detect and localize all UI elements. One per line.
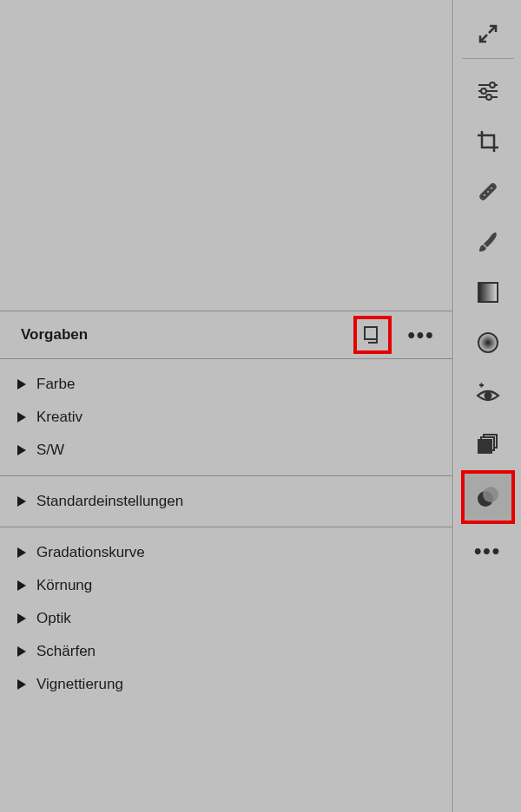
panel-title: Vorgaben [21,326,353,344]
svg-point-10 [484,194,485,196]
preset-label: S/W [36,442,64,459]
preset-section-2: Standardeinstellungen [0,476,452,527]
chevron-right-icon [17,580,26,591]
more-icon: ••• [407,324,434,345]
svg-rect-20 [478,440,491,453]
preset-section-3: Gradationskurve Körnung Optik Schärfen V… [0,527,452,710]
chevron-right-icon [17,445,26,455]
preset-group-schaerfen[interactable]: Schärfen [0,635,452,668]
toolbar-more-button[interactable]: ••• [462,526,514,576]
collapse-panels-button[interactable] [462,9,514,59]
redeye-button[interactable] [462,368,514,418]
edit-sliders-button[interactable] [462,66,514,116]
preset-group-kreativ[interactable]: Kreativ [0,401,452,434]
chevron-right-icon [17,379,26,390]
presets-button[interactable] [461,470,515,524]
preset-label: Gradationskurve [36,544,145,561]
chevron-right-icon [17,496,26,507]
create-preset-button[interactable] [353,316,392,354]
right-toolbar: ••• [453,0,521,812]
preset-group-farbe[interactable]: Farbe [0,368,452,401]
svg-rect-0 [365,327,377,339]
preset-group-sw[interactable]: S/W [0,434,452,467]
radial-gradient-icon [476,331,500,355]
heal-icon [475,179,501,205]
chevron-right-icon [17,613,26,624]
svg-point-4 [490,82,495,88]
brush-button[interactable] [462,217,514,267]
preset-group-gradationskurve[interactable]: Gradationskurve [0,536,452,569]
svg-rect-13 [478,283,498,302]
svg-point-22 [483,487,498,502]
new-preset-icon [363,325,382,344]
chevron-right-icon [17,679,26,690]
svg-point-17 [484,392,491,400]
chevron-right-icon [17,412,26,422]
preset-label: Körnung [36,577,92,594]
brush-icon [475,229,501,255]
preset-label: Farbe [36,376,75,393]
chevron-right-icon [17,547,26,558]
linear-gradient-icon [477,281,499,304]
linear-gradient-button[interactable] [462,267,514,318]
preset-label: Optik [36,610,71,627]
svg-point-8 [486,95,491,100]
radial-gradient-button[interactable] [462,318,514,368]
panel-header: Vorgaben ••• [0,311,452,359]
presets-icon [474,483,502,511]
svg-point-11 [487,191,489,193]
sliders-icon [476,79,500,103]
svg-point-6 [481,88,486,94]
svg-point-12 [491,187,492,189]
presets-panel: Vorgaben ••• Farbe Kreativ S/W [0,0,453,812]
heal-button[interactable] [462,167,514,217]
preset-label: Vignettierung [36,676,123,693]
layers-button[interactable] [462,418,514,468]
more-icon: ••• [474,540,501,561]
preset-group-optik[interactable]: Optik [0,602,452,635]
collapse-icon [477,23,499,45]
preset-group-standard[interactable]: Standardeinstellungen [0,485,452,518]
preset-group-koernung[interactable]: Körnung [0,569,452,602]
svg-point-14 [478,333,498,352]
panel-header-actions: ••• [353,316,440,354]
preset-label: Standardeinstellungen [36,493,183,510]
preset-label: Schärfen [36,643,96,660]
preset-section-1: Farbe Kreativ S/W [0,359,452,476]
chevron-right-icon [17,646,26,657]
layers-icon [476,431,500,455]
panel-more-button[interactable]: ••• [402,316,440,354]
preset-label: Kreativ [36,409,82,426]
redeye-icon [475,380,501,406]
crop-button[interactable] [462,116,514,167]
crop-icon [476,129,500,154]
preset-group-vignettierung[interactable]: Vignettierung [0,668,452,701]
preview-area [0,0,452,311]
